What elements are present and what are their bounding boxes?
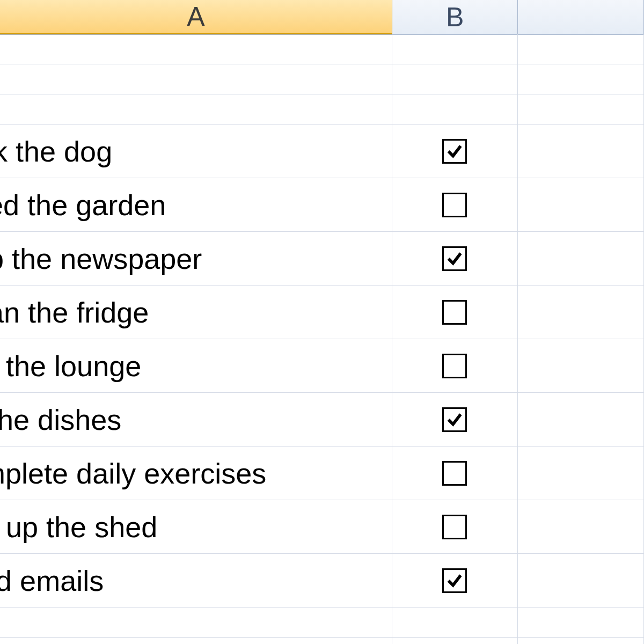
checkbox-cell[interactable] bbox=[392, 125, 518, 178]
check-icon bbox=[445, 250, 464, 268]
cell[interactable] bbox=[518, 94, 644, 124]
checkbox[interactable] bbox=[442, 515, 467, 539]
checkbox-cell[interactable] bbox=[392, 447, 518, 500]
table-row: Tidy the lounge bbox=[0, 339, 644, 393]
checkbox-cell[interactable] bbox=[392, 232, 518, 285]
task-cell[interactable]: Stop the newspaper bbox=[0, 232, 392, 285]
task-text: Do the dishes bbox=[0, 403, 121, 436]
task-cell[interactable]: Do the dishes bbox=[0, 393, 392, 446]
table-row: Do the dishes bbox=[0, 393, 644, 447]
task-text: Tidy up the shed bbox=[0, 510, 157, 544]
check-icon bbox=[445, 572, 464, 590]
cell[interactable] bbox=[518, 554, 644, 607]
task-text: Stop the newspaper bbox=[0, 242, 202, 275]
cell[interactable] bbox=[0, 638, 392, 644]
spreadsheet: A B Walk the dogWeed the gardenStop the … bbox=[0, 0, 644, 644]
checkbox[interactable] bbox=[442, 568, 467, 593]
task-cell[interactable]: Send emails bbox=[0, 554, 392, 607]
task-text: Complete daily exercises bbox=[0, 457, 266, 490]
checkbox[interactable] bbox=[442, 300, 467, 325]
task-text: Walk the dog bbox=[0, 135, 112, 168]
checkbox[interactable] bbox=[442, 407, 467, 432]
cell[interactable] bbox=[392, 638, 518, 644]
cell[interactable] bbox=[518, 178, 644, 231]
table-row: Complete daily exercises bbox=[0, 447, 644, 500]
cell[interactable] bbox=[518, 393, 644, 446]
task-cell[interactable]: Walk the dog bbox=[0, 125, 392, 178]
cell[interactable] bbox=[0, 94, 392, 124]
checkbox[interactable] bbox=[442, 246, 467, 271]
column-header-row: A B bbox=[0, 0, 644, 35]
cell[interactable] bbox=[392, 64, 518, 94]
task-text: Send emails bbox=[0, 564, 104, 597]
table-row bbox=[0, 638, 644, 644]
table-row: Weed the garden bbox=[0, 178, 644, 232]
task-cell[interactable]: Tidy the lounge bbox=[0, 339, 392, 392]
cell[interactable] bbox=[392, 608, 518, 637]
table-row bbox=[0, 608, 644, 638]
table-row: Clean the fridge bbox=[0, 286, 644, 339]
checkbox-cell[interactable] bbox=[392, 393, 518, 446]
column-header-c[interactable] bbox=[518, 0, 644, 34]
task-text: Clean the fridge bbox=[0, 296, 149, 329]
task-cell[interactable]: Clean the fridge bbox=[0, 286, 392, 339]
task-cell[interactable]: Complete daily exercises bbox=[0, 447, 392, 500]
cell[interactable] bbox=[518, 286, 644, 339]
checkbox-cell[interactable] bbox=[392, 286, 518, 339]
cell[interactable] bbox=[392, 94, 518, 124]
task-cell[interactable]: Tidy up the shed bbox=[0, 500, 392, 553]
cell[interactable] bbox=[518, 125, 644, 178]
task-text: Weed the garden bbox=[0, 188, 166, 222]
table-row: Tidy up the shed bbox=[0, 500, 644, 554]
cell[interactable] bbox=[0, 64, 392, 94]
checkbox[interactable] bbox=[442, 354, 467, 378]
checkbox-cell[interactable] bbox=[392, 339, 518, 392]
checkbox[interactable] bbox=[442, 139, 467, 164]
checkbox-cell[interactable] bbox=[392, 500, 518, 553]
checkbox-cell[interactable] bbox=[392, 554, 518, 607]
check-icon bbox=[445, 411, 464, 429]
checkbox-cell[interactable] bbox=[392, 178, 518, 231]
cell[interactable] bbox=[518, 232, 644, 285]
cell[interactable] bbox=[392, 34, 518, 64]
table-row: Stop the newspaper bbox=[0, 232, 644, 286]
cell[interactable] bbox=[518, 339, 644, 392]
check-icon bbox=[445, 142, 464, 160]
table-row bbox=[0, 94, 644, 125]
table-row bbox=[0, 64, 644, 94]
checkbox[interactable] bbox=[442, 461, 467, 486]
cell[interactable] bbox=[518, 608, 644, 637]
cell[interactable] bbox=[518, 34, 644, 64]
table-row: Walk the dog bbox=[0, 125, 644, 178]
column-header-a[interactable]: A bbox=[0, 0, 392, 34]
cell[interactable] bbox=[518, 64, 644, 94]
cell[interactable] bbox=[518, 500, 644, 553]
cell[interactable] bbox=[518, 447, 644, 500]
table-row: Send emails bbox=[0, 554, 644, 608]
checkbox[interactable] bbox=[442, 193, 467, 217]
table-row bbox=[0, 34, 644, 64]
task-text: Tidy the lounge bbox=[0, 349, 141, 383]
cell[interactable] bbox=[0, 34, 392, 64]
column-header-b[interactable]: B bbox=[392, 0, 518, 34]
cell[interactable] bbox=[0, 608, 392, 637]
cell[interactable] bbox=[518, 638, 644, 644]
grid: Walk the dogWeed the gardenStop the news… bbox=[0, 34, 644, 644]
task-cell[interactable]: Weed the garden bbox=[0, 178, 392, 231]
